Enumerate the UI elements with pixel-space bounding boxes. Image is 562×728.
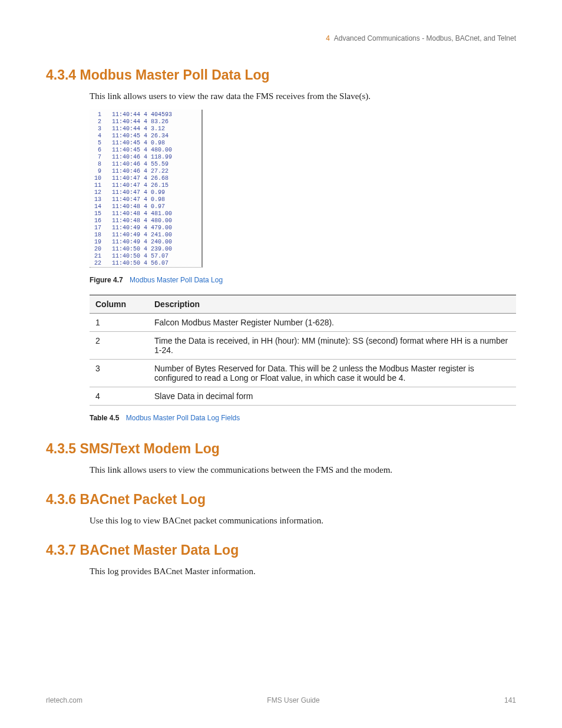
table-row: 4Slave Data in decimal form — [90, 387, 516, 406]
chapter-title: Advanced Communications - Modbus, BACnet… — [334, 34, 516, 42]
chapter-number: 4 — [326, 34, 330, 42]
figure-title: Modbus Master Poll Data Log — [130, 276, 223, 284]
page-footer: rletech.com FMS User Guide 141 — [46, 678, 516, 704]
table-row: 2Time the Data is received, in HH (hour)… — [90, 332, 516, 360]
cell-column: 4 — [90, 387, 148, 406]
th-description: Description — [148, 295, 516, 314]
cell-description: Time the Data is received, in HH (hour):… — [148, 332, 516, 360]
table-title: Modbus Master Poll Data Log Fields — [126, 414, 240, 422]
table-row: 1Falcon Modbus Master Register Number (1… — [90, 314, 516, 332]
th-column: Column — [90, 295, 148, 314]
cell-column: 1 — [90, 314, 148, 332]
intro-436: Use this log to view BACnet packet commu… — [90, 516, 516, 526]
table-caption: Table 4.5 Modbus Master Poll Data Log Fi… — [90, 414, 516, 422]
figure-poll-log: 1 11:40:44 4 404593 2 11:40:44 4 83.26 3… — [90, 110, 203, 268]
figure-label: Figure 4.7 — [90, 276, 123, 284]
footer-center: FMS User Guide — [267, 696, 319, 704]
footer-right: 141 — [504, 696, 516, 704]
table-row: 3Number of Bytes Reserved for Data. This… — [90, 360, 516, 387]
heading-436: 4.3.6 BACnet Packet Log — [46, 492, 516, 508]
heading-435: 4.3.5 SMS/Text Modem Log — [46, 441, 516, 457]
cell-column: 2 — [90, 332, 148, 360]
table-label: Table 4.5 — [90, 414, 119, 422]
footer-left: rletech.com — [46, 696, 82, 704]
cell-column: 3 — [90, 360, 148, 387]
fields-table: Column Description 1Falcon Modbus Master… — [90, 295, 516, 406]
intro-437: This log provides BACnet Master informat… — [90, 566, 516, 577]
intro-435: This link allows users to view the commu… — [90, 465, 516, 475]
heading-434: 4.3.4 Modbus Master Poll Data Log — [46, 67, 516, 83]
page-header: 4 Advanced Communications - Modbus, BACn… — [46, 34, 516, 42]
cell-description: Slave Data in decimal form — [148, 387, 516, 406]
cell-description: Number of Bytes Reserved for Data. This … — [148, 360, 516, 387]
figure-caption: Figure 4.7 Modbus Master Poll Data Log — [90, 276, 516, 284]
heading-437: 4.3.7 BACnet Master Data Log — [46, 542, 516, 558]
intro-434: This link allows users to view the raw d… — [90, 91, 516, 101]
cell-description: Falcon Modbus Master Register Number (1-… — [148, 314, 516, 332]
